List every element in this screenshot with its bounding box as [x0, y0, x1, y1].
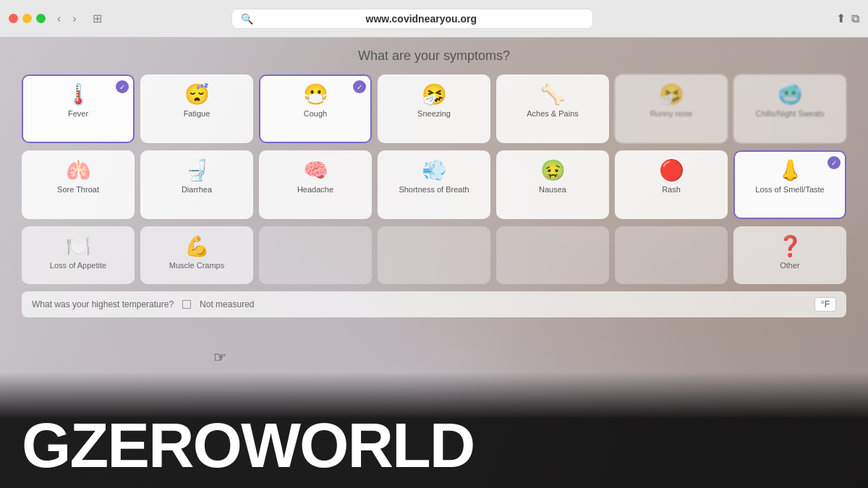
shortness-label: Shortness of Breath	[399, 185, 469, 194]
not-measured-checkbox[interactable]	[182, 300, 191, 309]
fever-icon: 🌡️	[66, 85, 91, 105]
minimize-button[interactable]	[22, 14, 32, 23]
gzero-zero: ZERO	[69, 409, 240, 481]
fatigue-label: Fatigue	[184, 109, 210, 119]
symptom-aches[interactable]: 🦴 Aches & Pains	[496, 74, 609, 143]
other-icon: ❓	[778, 236, 803, 257]
gzero-g: G	[22, 409, 69, 481]
appetite-label: Loss of Appetite	[50, 261, 106, 270]
symptom-fatigue[interactable]: 😴 Fatigue	[140, 74, 253, 143]
symptom-sore-throat[interactable]: 🫁 Sore Throat	[22, 150, 135, 219]
forward-button[interactable]: ›	[68, 11, 80, 27]
symptom-appetite[interactable]: 🍽️ Loss of Appetite	[22, 226, 135, 284]
symptoms-row-3: 🍽️ Loss of Appetite 💪 Muscle Cramps ❓ Ot…	[22, 226, 846, 284]
symptom-chills[interactable]: 🥶 Chills/Night Sweats	[733, 74, 846, 143]
tabs-button[interactable]: ⧉	[851, 12, 859, 25]
temperature-bar: What was your highest temperature? Not m…	[22, 291, 846, 317]
gzero-world-text: GZEROWORLD	[22, 414, 474, 477]
diarrhea-label: Diarrhea	[182, 185, 212, 194]
page-title: What are your symptoms?	[22, 48, 846, 64]
address-bar[interactable]: 🔍 www.covidnearyou.org	[231, 9, 593, 29]
headache-icon: 🧠	[303, 160, 328, 181]
aches-label: Aches & Pains	[527, 109, 579, 119]
browser-actions: ⬆ ⧉	[836, 12, 859, 25]
share-button[interactable]: ⬆	[836, 12, 846, 25]
fatigue-icon: 😴	[184, 85, 210, 105]
smell-label: Loss of Smell/Taste	[755, 185, 824, 194]
rash-icon: 🔴	[659, 160, 684, 181]
cough-icon: 😷	[303, 85, 328, 105]
cough-label: Cough	[304, 109, 327, 119]
symptoms-row-2: 🫁 Sore Throat 🚽 Diarrhea 🧠 Headache 💨 Sh…	[22, 150, 846, 219]
symptom-sneezing[interactable]: 🤧 Sneezing	[378, 74, 490, 143]
symptom-diarrhea[interactable]: 🚽 Diarrhea	[140, 150, 253, 219]
back-button[interactable]: ‹	[53, 11, 65, 27]
sidebar-button[interactable]: ⊞	[88, 10, 106, 27]
symptom-headache[interactable]: 🧠 Headache	[259, 150, 372, 219]
symptom-rash[interactable]: 🔴 Rash	[615, 150, 728, 219]
symptom-empty-3	[496, 226, 609, 284]
search-icon: 🔍	[241, 13, 253, 25]
symptom-cough[interactable]: ✓ 😷 Cough	[259, 74, 372, 143]
runny-label: Runny nose	[650, 109, 693, 119]
check-smell: ✓	[827, 156, 841, 169]
breath-icon: 💨	[422, 160, 447, 181]
close-button[interactable]	[9, 14, 18, 23]
appetite-icon: 🍽️	[66, 236, 91, 257]
sneezing-icon: 🤧	[422, 85, 447, 105]
rash-label: Rash	[662, 185, 681, 194]
check-cough: ✓	[353, 80, 366, 93]
runny-icon: 🤧	[659, 85, 684, 105]
url-display: www.covidnearyou.org	[259, 13, 584, 25]
gzero-world: WORLD	[241, 409, 474, 481]
traffic-lights	[9, 14, 46, 23]
nav-buttons: ‹ ›	[53, 11, 81, 27]
symptom-cramps[interactable]: 💪 Muscle Cramps	[140, 226, 253, 284]
other-label: Other	[780, 261, 800, 270]
maximize-button[interactable]	[36, 14, 46, 23]
check-fever: ✓	[116, 80, 129, 93]
diarrhea-icon: 🚽	[184, 160, 210, 181]
sneezing-label: Sneezing	[417, 109, 451, 119]
temp-unit-dropdown[interactable]: °F	[814, 297, 836, 312]
sore-throat-label: Sore Throat	[57, 185, 99, 194]
symptom-empty-1	[259, 226, 372, 284]
chills-label: Chills/Night Sweats	[756, 109, 825, 119]
symptom-other[interactable]: ❓ Other	[733, 226, 846, 284]
symptom-runny[interactable]: 🤧 Runny nose	[615, 74, 728, 143]
aches-icon: 🦴	[540, 85, 566, 105]
nausea-icon: 🤢	[540, 160, 566, 181]
cramps-label: Muscle Cramps	[169, 261, 224, 270]
gzero-watermark: GZEROWORLD	[0, 372, 868, 488]
web-content: What are your symptoms? ✓ 🌡️ Fever 😴 Fat…	[0, 38, 868, 328]
symptom-empty-4	[615, 226, 728, 284]
symptom-shortness-breath[interactable]: 💨 Shortness of Breath	[378, 150, 490, 219]
symptom-empty-2	[378, 226, 490, 284]
temperature-question: What was your highest temperature?	[32, 299, 174, 309]
smell-icon: 👃	[778, 160, 803, 181]
browser-chrome: ‹ › ⊞ 🔍 www.covidnearyou.org ⬆ ⧉	[0, 0, 868, 38]
nausea-label: Nausea	[539, 185, 566, 194]
not-measured-label: Not measured	[200, 299, 254, 309]
symptom-nausea[interactable]: 🤢 Nausea	[496, 150, 609, 219]
symptom-smell-taste[interactable]: ✓ 👃 Loss of Smell/Taste	[733, 150, 846, 219]
symptoms-row-1: ✓ 🌡️ Fever 😴 Fatigue ✓ 😷 Cough 🤧 Sneezin…	[22, 74, 846, 143]
content-area: What are your symptoms? ✓ 🌡️ Fever 😴 Fat…	[0, 38, 868, 488]
fever-label: Fever	[68, 109, 88, 119]
chills-icon: 🥶	[778, 85, 803, 105]
symptom-fever[interactable]: ✓ 🌡️ Fever	[22, 74, 135, 143]
headache-label: Headache	[297, 185, 333, 194]
sore-throat-icon: 🫁	[66, 160, 91, 181]
cramps-icon: 💪	[184, 236, 210, 257]
